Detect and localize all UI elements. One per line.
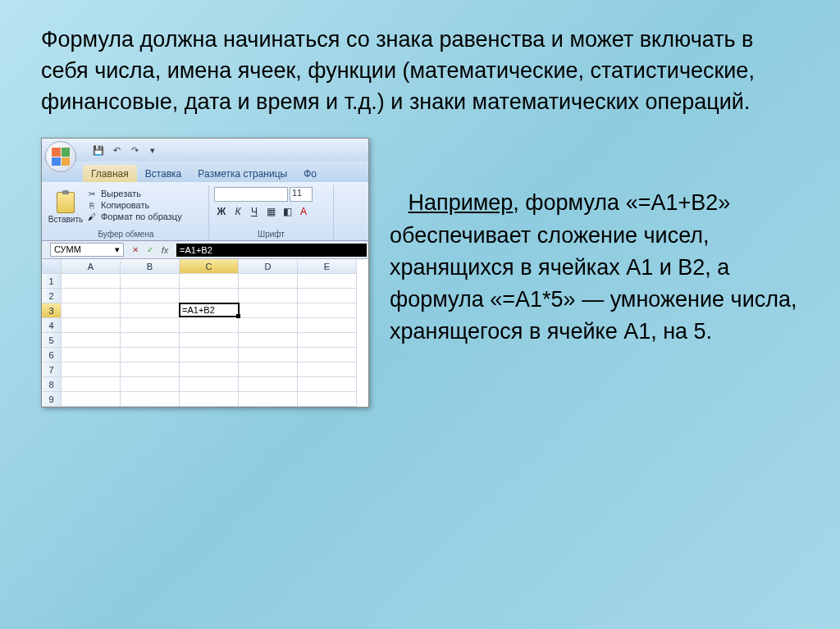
row-header-1[interactable]: 1 <box>42 274 62 289</box>
cell[interactable] <box>180 377 239 392</box>
cell-c3[interactable]: =A1+B2 <box>179 303 240 317</box>
enter-icon[interactable]: ✓ <box>144 244 157 257</box>
row-header-7[interactable]: 7 <box>42 362 62 377</box>
scissors-icon: ✂ <box>86 189 98 198</box>
copy-button[interactable]: ⎘Копировать <box>86 200 182 210</box>
cell[interactable] <box>62 289 121 303</box>
cell[interactable] <box>298 377 357 392</box>
underline-button[interactable]: Ч <box>247 204 262 219</box>
col-header-c[interactable]: C <box>180 259 239 274</box>
formula-input[interactable]: =A1+B2 <box>176 244 367 257</box>
cell[interactable] <box>298 333 357 348</box>
col-header-b[interactable]: B <box>121 259 180 274</box>
cell[interactable] <box>121 274 180 289</box>
select-all-corner[interactable] <box>42 259 62 274</box>
excel-screenshot: 💾 ↶ ↷ ▾ Главная Вставка Разметка страниц… <box>41 138 369 408</box>
cell[interactable] <box>298 348 357 362</box>
bold-button[interactable]: Ж <box>214 204 229 219</box>
cell[interactable] <box>239 348 298 362</box>
fill-color-button[interactable]: ◧ <box>280 204 294 219</box>
border-button[interactable]: ▦ <box>263 204 278 219</box>
cell[interactable] <box>62 362 121 377</box>
cell[interactable] <box>298 274 357 289</box>
col-header-d[interactable]: D <box>239 259 298 274</box>
cell[interactable] <box>121 362 180 377</box>
cell[interactable] <box>239 333 298 348</box>
brush-icon: 🖌 <box>86 212 98 221</box>
redo-icon[interactable]: ↷ <box>127 143 142 157</box>
formula-bar: СУММ▾ ✕ ✓ fx =A1+B2 <box>42 241 368 259</box>
font-name-select[interactable] <box>214 187 288 202</box>
cell[interactable] <box>62 348 121 362</box>
qat-dropdown-icon[interactable]: ▾ <box>145 143 160 157</box>
row-header-8[interactable]: 8 <box>42 377 62 392</box>
example-lead: Например <box>409 190 514 215</box>
col-header-a[interactable]: A <box>62 259 121 274</box>
example-paragraph: Например, формула «=A1+B2» обеспечивает … <box>390 138 799 348</box>
cancel-icon[interactable]: ✕ <box>129 244 142 257</box>
copy-icon: ⎘ <box>86 200 98 210</box>
cell[interactable] <box>180 392 239 407</box>
cell[interactable] <box>121 318 180 333</box>
cell[interactable] <box>180 333 239 348</box>
cell[interactable] <box>239 392 298 407</box>
cell[interactable] <box>62 377 121 392</box>
cell[interactable] <box>121 303 180 318</box>
cell[interactable] <box>62 392 121 407</box>
italic-button[interactable]: К <box>231 204 245 219</box>
format-painter-button[interactable]: 🖌Формат по образцу <box>86 212 182 221</box>
font-color-button[interactable]: A <box>296 204 311 219</box>
row-header-3[interactable]: 3 <box>42 303 62 318</box>
row-header-5[interactable]: 5 <box>42 333 62 348</box>
row-header-9[interactable]: 9 <box>42 392 62 407</box>
paste-label: Вставить <box>48 215 83 224</box>
quick-access-toolbar: 💾 ↶ ↷ ▾ <box>91 143 160 157</box>
font-group: 11 Ж К Ч ▦ ◧ A Шрифт <box>211 185 334 240</box>
row-header-6[interactable]: 6 <box>42 348 62 362</box>
tab-insert[interactable]: Вставка <box>137 165 190 182</box>
cell[interactable] <box>180 348 239 362</box>
cell[interactable] <box>62 303 121 318</box>
cut-button[interactable]: ✂Вырезать <box>86 189 182 198</box>
cell[interactable] <box>298 362 357 377</box>
tab-formulas[interactable]: Фо <box>295 165 325 182</box>
fx-icon[interactable]: fx <box>158 244 171 257</box>
col-header-e[interactable]: E <box>298 259 357 274</box>
cell[interactable] <box>239 362 298 377</box>
name-box-dropdown-icon[interactable]: ▾ <box>115 244 120 255</box>
cell[interactable] <box>121 333 180 348</box>
cell[interactable] <box>62 274 121 289</box>
cell[interactable] <box>298 289 357 303</box>
cell[interactable] <box>180 289 239 303</box>
cell[interactable] <box>239 318 298 333</box>
font-group-label: Шрифт <box>214 228 328 239</box>
row-header-4[interactable]: 4 <box>42 318 62 333</box>
font-size-select[interactable]: 11 <box>290 187 313 202</box>
cell[interactable] <box>121 289 180 303</box>
clipboard-group: Вставить ✂Вырезать ⎘Копировать 🖌Формат п… <box>45 185 209 240</box>
cell[interactable] <box>180 318 239 333</box>
cell[interactable] <box>298 318 357 333</box>
cell[interactable] <box>239 289 298 303</box>
tab-page-layout[interactable]: Разметка страницы <box>189 165 295 182</box>
tab-home[interactable]: Главная <box>83 165 137 182</box>
cell[interactable] <box>62 318 121 333</box>
row-header-2[interactable]: 2 <box>42 289 62 303</box>
cell[interactable] <box>298 392 357 407</box>
cell[interactable] <box>121 377 180 392</box>
cell[interactable] <box>239 303 298 318</box>
cell[interactable] <box>298 303 357 318</box>
ribbon: Вставить ✂Вырезать ⎘Копировать 🖌Формат п… <box>42 182 368 241</box>
cell[interactable] <box>239 274 298 289</box>
cell[interactable] <box>121 392 180 407</box>
undo-icon[interactable]: ↶ <box>109 143 124 157</box>
name-box[interactable]: СУММ▾ <box>50 243 124 257</box>
cell[interactable] <box>180 362 239 377</box>
paste-icon <box>57 192 75 213</box>
cell[interactable] <box>121 348 180 362</box>
cell[interactable] <box>62 333 121 348</box>
cell[interactable] <box>180 274 239 289</box>
save-icon[interactable]: 💾 <box>91 143 106 157</box>
paste-button[interactable]: Вставить <box>48 187 83 228</box>
cell[interactable] <box>239 377 298 392</box>
